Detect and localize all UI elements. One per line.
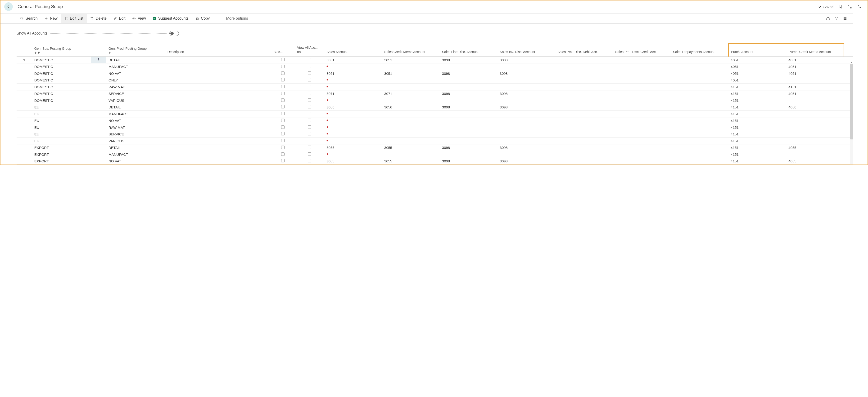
cell-blocked-checkbox[interactable]: [271, 110, 294, 118]
cell-purch-credit-memo[interactable]: [786, 131, 844, 137]
cell-purch-credit-memo[interactable]: [786, 117, 844, 124]
cell-viewall-checkbox[interactable]: [295, 110, 324, 118]
cell-sales-account[interactable]: 3071: [324, 90, 382, 97]
cell-sales-prepay[interactable]: [671, 110, 728, 118]
cell-purch-account[interactable]: 4051: [728, 70, 786, 77]
cell-blocked-checkbox[interactable]: [271, 90, 294, 97]
cell-prod-group[interactable]: MANUFACT: [106, 110, 165, 118]
col-purch-credit-memo[interactable]: Purch. Credit Memo Account: [786, 43, 844, 57]
cell-purch-credit-memo[interactable]: 4056: [786, 104, 844, 110]
cell-sales-prepay[interactable]: [671, 70, 728, 77]
cell-sales-prepay[interactable]: [671, 117, 728, 124]
cell-sales-pmt-credit[interactable]: [613, 70, 671, 77]
cell-sales-pmt-credit[interactable]: [613, 77, 671, 84]
cell-sales-credit-memo[interactable]: 3055: [382, 158, 440, 165]
edit-button[interactable]: Edit: [110, 14, 129, 23]
cell-prod-group[interactable]: SERVICE: [106, 131, 165, 137]
cell-sales-pmt-debit[interactable]: [555, 117, 613, 124]
cell-blocked-checkbox[interactable]: [271, 151, 294, 158]
cell-prod-group[interactable]: ONLY: [106, 77, 165, 84]
cell-sales-credit-memo[interactable]: [382, 131, 440, 137]
table-row[interactable]: EXPORTNO VAT305530553098309841514055: [17, 158, 853, 165]
cell-sales-pmt-debit[interactable]: [555, 158, 613, 165]
cell-bus-group[interactable]: DOMESTIC: [32, 63, 91, 70]
table-row[interactable]: EUVARIOUS*4151: [17, 137, 853, 144]
cell-bus-group[interactable]: DOMESTIC: [32, 97, 91, 104]
cell-blocked-checkbox[interactable]: [271, 117, 294, 124]
cell-sales-inv-disc[interactable]: 3098: [497, 144, 555, 151]
table-row[interactable]: EUDETAIL305630563098309841514056: [17, 104, 853, 110]
cell-sales-line-disc[interactable]: [440, 63, 497, 70]
back-button[interactable]: [4, 2, 13, 11]
cell-viewall-checkbox[interactable]: [295, 104, 324, 110]
cell-sales-pmt-debit[interactable]: [555, 151, 613, 158]
cell-sales-account[interactable]: 3051: [324, 70, 382, 77]
col-blocked[interactable]: Bloc...: [271, 43, 294, 57]
cell-sales-inv-disc[interactable]: 3098: [497, 104, 555, 110]
cell-prod-group[interactable]: NO VAT: [106, 158, 165, 165]
cell-prod-group[interactable]: RAW MAT: [106, 84, 165, 91]
popout-button[interactable]: [847, 4, 852, 9]
cell-sales-credit-memo[interactable]: 3055: [382, 144, 440, 151]
cell-sales-account[interactable]: 3055: [324, 144, 382, 151]
cell-description[interactable]: [165, 117, 271, 124]
cell-sales-line-disc[interactable]: 3098: [440, 90, 497, 97]
col-gen-prod-posting-group[interactable]: Gen. Prod. Posting Group: [106, 43, 165, 57]
posting-setup-grid[interactable]: Gen. Bus. Posting Group Gen. Prod. Posti…: [17, 43, 853, 165]
cell-sales-pmt-debit[interactable]: [555, 144, 613, 151]
cell-sales-prepay[interactable]: [671, 57, 728, 63]
cell-sales-inv-disc[interactable]: [497, 131, 555, 137]
cell-sales-line-disc[interactable]: [440, 124, 497, 131]
cell-sales-credit-memo[interactable]: [382, 124, 440, 131]
cell-purch-account[interactable]: 4151: [728, 110, 786, 118]
cell-purch-credit-memo[interactable]: 4051: [786, 90, 844, 97]
cell-bus-group[interactable]: DOMESTIC: [32, 70, 91, 77]
cell-purch-credit-memo[interactable]: [786, 77, 844, 84]
cell-sales-inv-disc[interactable]: [497, 77, 555, 84]
cell-sales-inv-disc[interactable]: [497, 151, 555, 158]
cell-purch-account[interactable]: 4151: [728, 144, 786, 151]
cell-prod-group[interactable]: MANUFACT: [106, 63, 165, 70]
cell-prod-group[interactable]: DETAIL: [106, 144, 165, 151]
cell-viewall-checkbox[interactable]: [295, 124, 324, 131]
cell-sales-prepay[interactable]: [671, 158, 728, 165]
cell-purch-account[interactable]: 4151: [728, 90, 786, 97]
vertical-scrollbar[interactable]: [850, 64, 853, 165]
cell-blocked-checkbox[interactable]: [271, 97, 294, 104]
table-row[interactable]: DOMESTICRAW MAT*41514151: [17, 84, 853, 91]
cell-prod-group[interactable]: VARIOUS: [106, 137, 165, 144]
cell-sales-credit-memo[interactable]: 3051: [382, 70, 440, 77]
cell-prod-group[interactable]: VARIOUS: [106, 97, 165, 104]
cell-sales-credit-memo[interactable]: [382, 97, 440, 104]
cell-blocked-checkbox[interactable]: [271, 57, 294, 63]
cell-blocked-checkbox[interactable]: [271, 137, 294, 144]
cell-prod-group[interactable]: SERVICE: [106, 90, 165, 97]
col-sales-inv-disc[interactable]: Sales Inv. Disc. Account: [497, 43, 555, 57]
cell-sales-pmt-credit[interactable]: [613, 137, 671, 144]
cell-bus-group[interactable]: EXPORT: [32, 151, 91, 158]
cell-sales-inv-disc[interactable]: 3098: [497, 57, 555, 63]
col-purch-account[interactable]: Purch. Account: [728, 43, 786, 57]
suggest-accounts-button[interactable]: Suggest Accounts: [149, 14, 192, 23]
cell-sales-account[interactable]: *: [324, 110, 382, 118]
cell-sales-account[interactable]: *: [324, 63, 382, 70]
cell-viewall-checkbox[interactable]: [295, 151, 324, 158]
cell-prod-group[interactable]: NO VAT: [106, 117, 165, 124]
col-sales-line-disc[interactable]: Sales Line Disc. Account: [440, 43, 497, 57]
cell-prod-group[interactable]: NO VAT: [106, 70, 165, 77]
cell-purch-account[interactable]: 4151: [728, 104, 786, 110]
table-row[interactable]: DOMESTICMANUFACT*40514051: [17, 63, 853, 70]
cell-bus-group[interactable]: DOMESTIC: [32, 57, 91, 63]
copy-button[interactable]: Copy...: [192, 14, 216, 23]
cell-sales-credit-memo[interactable]: [382, 137, 440, 144]
cell-description[interactable]: [165, 97, 271, 104]
col-sales-credit-memo[interactable]: Sales Credit Memo Account: [382, 43, 440, 57]
view-button[interactable]: View: [129, 14, 149, 23]
table-row[interactable]: EUNO VAT*4151: [17, 117, 853, 124]
cell-sales-line-disc[interactable]: [440, 97, 497, 104]
cell-description[interactable]: [165, 63, 271, 70]
table-row[interactable]: EXPORTMANUFACT*4151: [17, 151, 853, 158]
cell-sales-credit-memo[interactable]: [382, 63, 440, 70]
cell-bus-group[interactable]: EU: [32, 137, 91, 144]
cell-description[interactable]: [165, 124, 271, 131]
